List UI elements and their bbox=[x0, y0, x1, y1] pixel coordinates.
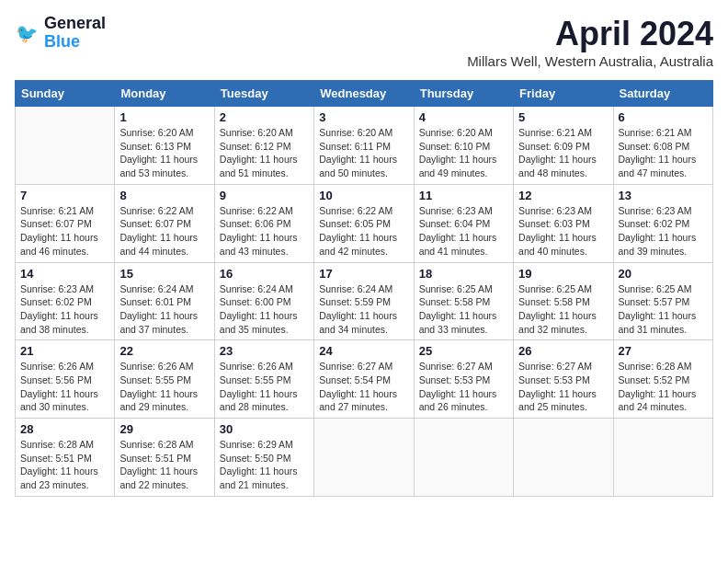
calendar-cell: 20Sunrise: 6:25 AMSunset: 5:57 PMDayligh… bbox=[613, 262, 712, 340]
day-number: 5 bbox=[518, 110, 608, 124]
calendar-cell: 29Sunrise: 6:28 AMSunset: 5:51 PMDayligh… bbox=[115, 419, 214, 497]
logo-text: General Blue bbox=[44, 15, 106, 52]
day-number: 13 bbox=[619, 189, 708, 202]
calendar-cell: 17Sunrise: 6:24 AMSunset: 5:59 PMDayligh… bbox=[314, 262, 414, 340]
calendar-cell bbox=[613, 419, 712, 497]
day-number: 12 bbox=[518, 189, 608, 202]
title-area: April 2024 Millars Well, Western Austral… bbox=[467, 15, 713, 69]
month-title: April 2024 bbox=[467, 15, 713, 53]
day-number: 17 bbox=[319, 267, 408, 281]
day-info: Sunrise: 6:21 AMSunset: 6:07 PMDaylight:… bbox=[20, 204, 109, 259]
day-info: Sunrise: 6:26 AMSunset: 5:55 PMDaylight:… bbox=[119, 360, 209, 414]
calendar-body: 1Sunrise: 6:20 AMSunset: 6:13 PMDaylight… bbox=[16, 107, 713, 497]
day-number: 26 bbox=[518, 344, 608, 358]
calendar-cell: 26Sunrise: 6:27 AMSunset: 5:53 PMDayligh… bbox=[514, 340, 613, 419]
calendar-cell bbox=[514, 419, 613, 497]
day-info: Sunrise: 6:24 AMSunset: 5:59 PMDaylight:… bbox=[319, 282, 408, 337]
calendar-cell: 22Sunrise: 6:26 AMSunset: 5:55 PMDayligh… bbox=[115, 340, 214, 419]
day-number: 21 bbox=[20, 344, 109, 358]
day-number: 27 bbox=[619, 344, 708, 358]
week-row-3: 14Sunrise: 6:23 AMSunset: 6:02 PMDayligh… bbox=[16, 262, 713, 340]
calendar-cell: 10Sunrise: 6:22 AMSunset: 6:05 PMDayligh… bbox=[314, 184, 414, 262]
day-number: 1 bbox=[119, 110, 209, 124]
day-info: Sunrise: 6:27 AMSunset: 5:53 PMDaylight:… bbox=[518, 360, 608, 414]
day-header-tuesday: Tuesday bbox=[214, 81, 313, 107]
day-number: 28 bbox=[20, 422, 109, 436]
location: Millars Well, Western Australia, Austral… bbox=[467, 53, 713, 69]
day-number: 22 bbox=[119, 344, 209, 358]
day-info: Sunrise: 6:22 AMSunset: 6:07 PMDaylight:… bbox=[119, 204, 209, 259]
day-info: Sunrise: 6:29 AMSunset: 5:50 PMDaylight:… bbox=[220, 438, 309, 492]
day-number: 9 bbox=[220, 189, 309, 202]
day-info: Sunrise: 6:25 AMSunset: 5:57 PMDaylight:… bbox=[619, 282, 708, 337]
day-number: 4 bbox=[419, 110, 508, 124]
day-info: Sunrise: 6:27 AMSunset: 5:54 PMDaylight:… bbox=[319, 360, 408, 414]
calendar-cell bbox=[314, 419, 414, 497]
calendar-cell: 11Sunrise: 6:23 AMSunset: 6:04 PMDayligh… bbox=[414, 184, 513, 262]
calendar-cell: 4Sunrise: 6:20 AMSunset: 6:10 PMDaylight… bbox=[414, 107, 513, 185]
day-header-friday: Friday bbox=[514, 81, 613, 107]
day-number: 29 bbox=[119, 422, 209, 436]
header: 🐦 General Blue April 2024 Millars Well, … bbox=[15, 15, 713, 69]
day-info: Sunrise: 6:20 AMSunset: 6:13 PMDaylight:… bbox=[119, 126, 209, 180]
week-row-5: 28Sunrise: 6:28 AMSunset: 5:51 PMDayligh… bbox=[16, 419, 713, 497]
logo: 🐦 General Blue bbox=[15, 15, 106, 52]
day-info: Sunrise: 6:26 AMSunset: 5:56 PMDaylight:… bbox=[20, 360, 109, 414]
day-number: 25 bbox=[419, 344, 508, 358]
day-info: Sunrise: 6:20 AMSunset: 6:10 PMDaylight:… bbox=[419, 126, 508, 180]
calendar-cell bbox=[414, 419, 513, 497]
calendar-cell: 25Sunrise: 6:27 AMSunset: 5:53 PMDayligh… bbox=[414, 340, 513, 419]
svg-text:🐦: 🐦 bbox=[16, 22, 39, 44]
day-info: Sunrise: 6:25 AMSunset: 5:58 PMDaylight:… bbox=[518, 282, 608, 337]
calendar-cell: 6Sunrise: 6:21 AMSunset: 6:08 PMDaylight… bbox=[613, 107, 712, 185]
calendar-cell: 3Sunrise: 6:20 AMSunset: 6:11 PMDaylight… bbox=[314, 107, 414, 185]
day-number: 23 bbox=[220, 344, 309, 358]
calendar-cell: 16Sunrise: 6:24 AMSunset: 6:00 PMDayligh… bbox=[214, 262, 313, 340]
day-info: Sunrise: 6:20 AMSunset: 6:11 PMDaylight:… bbox=[319, 126, 408, 180]
calendar-cell: 2Sunrise: 6:20 AMSunset: 6:12 PMDaylight… bbox=[214, 107, 313, 185]
day-info: Sunrise: 6:28 AMSunset: 5:51 PMDaylight:… bbox=[20, 438, 109, 492]
day-number: 20 bbox=[619, 267, 708, 281]
day-info: Sunrise: 6:23 AMSunset: 6:04 PMDaylight:… bbox=[419, 204, 508, 259]
calendar-cell: 18Sunrise: 6:25 AMSunset: 5:58 PMDayligh… bbox=[414, 262, 513, 340]
day-info: Sunrise: 6:25 AMSunset: 5:58 PMDaylight:… bbox=[419, 282, 508, 337]
calendar-cell: 8Sunrise: 6:22 AMSunset: 6:07 PMDaylight… bbox=[115, 184, 214, 262]
day-header-monday: Monday bbox=[115, 81, 214, 107]
calendar-cell: 27Sunrise: 6:28 AMSunset: 5:52 PMDayligh… bbox=[613, 340, 712, 419]
day-number: 2 bbox=[220, 110, 309, 124]
day-number: 18 bbox=[419, 267, 508, 281]
day-number: 7 bbox=[20, 189, 109, 202]
calendar-cell bbox=[16, 107, 115, 185]
day-number: 8 bbox=[119, 189, 209, 202]
logo-icon: 🐦 bbox=[15, 20, 40, 46]
calendar-cell: 28Sunrise: 6:28 AMSunset: 5:51 PMDayligh… bbox=[16, 419, 115, 497]
calendar-cell: 21Sunrise: 6:26 AMSunset: 5:56 PMDayligh… bbox=[16, 340, 115, 419]
day-number: 16 bbox=[220, 267, 309, 281]
day-header-wednesday: Wednesday bbox=[314, 81, 414, 107]
day-info: Sunrise: 6:23 AMSunset: 6:02 PMDaylight:… bbox=[619, 204, 708, 259]
day-info: Sunrise: 6:23 AMSunset: 6:02 PMDaylight:… bbox=[20, 282, 109, 337]
day-number: 24 bbox=[319, 344, 408, 358]
week-row-2: 7Sunrise: 6:21 AMSunset: 6:07 PMDaylight… bbox=[16, 184, 713, 262]
day-number: 15 bbox=[119, 267, 209, 281]
day-number: 6 bbox=[619, 110, 708, 124]
day-info: Sunrise: 6:27 AMSunset: 5:53 PMDaylight:… bbox=[419, 360, 508, 414]
calendar-cell: 5Sunrise: 6:21 AMSunset: 6:09 PMDaylight… bbox=[514, 107, 613, 185]
day-number: 3 bbox=[319, 110, 408, 124]
day-header-thursday: Thursday bbox=[414, 81, 513, 107]
day-number: 11 bbox=[419, 189, 508, 202]
day-number: 10 bbox=[319, 189, 408, 202]
day-number: 14 bbox=[20, 267, 109, 281]
calendar-cell: 30Sunrise: 6:29 AMSunset: 5:50 PMDayligh… bbox=[214, 419, 313, 497]
week-row-1: 1Sunrise: 6:20 AMSunset: 6:13 PMDaylight… bbox=[16, 107, 713, 185]
calendar-cell: 1Sunrise: 6:20 AMSunset: 6:13 PMDaylight… bbox=[115, 107, 214, 185]
calendar-cell: 9Sunrise: 6:22 AMSunset: 6:06 PMDaylight… bbox=[214, 184, 313, 262]
day-number: 19 bbox=[518, 267, 608, 281]
day-info: Sunrise: 6:21 AMSunset: 6:09 PMDaylight:… bbox=[518, 126, 608, 180]
calendar-cell: 23Sunrise: 6:26 AMSunset: 5:55 PMDayligh… bbox=[214, 340, 313, 419]
calendar-table: SundayMondayTuesdayWednesdayThursdayFrid… bbox=[15, 80, 713, 497]
calendar-header-row: SundayMondayTuesdayWednesdayThursdayFrid… bbox=[16, 81, 713, 107]
calendar-cell: 15Sunrise: 6:24 AMSunset: 6:01 PMDayligh… bbox=[115, 262, 214, 340]
calendar-cell: 12Sunrise: 6:23 AMSunset: 6:03 PMDayligh… bbox=[514, 184, 613, 262]
week-row-4: 21Sunrise: 6:26 AMSunset: 5:56 PMDayligh… bbox=[16, 340, 713, 419]
